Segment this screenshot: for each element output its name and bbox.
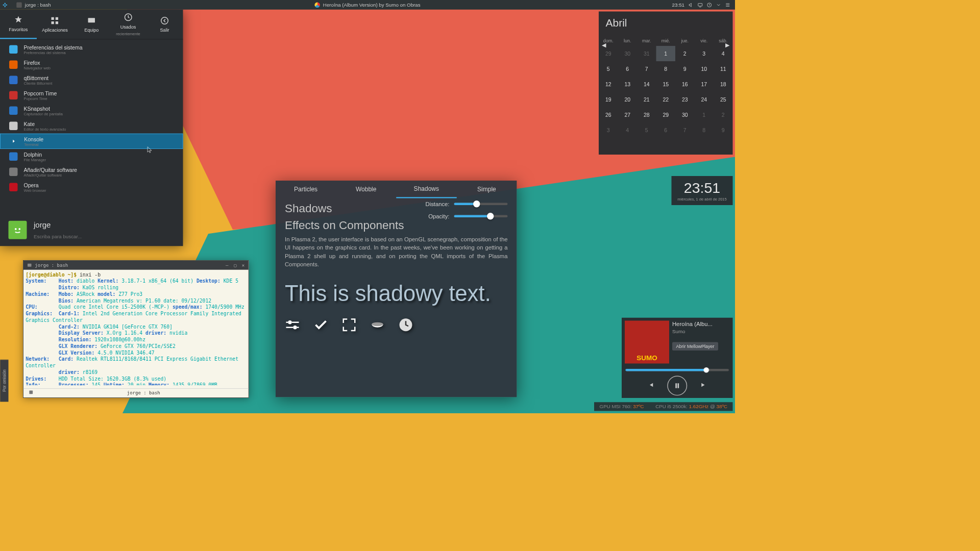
calendar-day[interactable]: 16 — [675, 77, 695, 92]
calendar-day[interactable]: 26 — [599, 107, 618, 122]
volume-icon[interactable] — [689, 2, 694, 8]
top-panel: jorge : bash Heroína (Album Version) by … — [0, 0, 735, 10]
kde-menu-icon[interactable] — [0, 0, 10, 10]
calendar-day[interactable]: 13 — [618, 77, 638, 92]
svg-rect-0 — [698, 3, 702, 6]
opacity-label: Opacity: — [428, 213, 449, 219]
widget-tab-wobble[interactable]: Wobble — [336, 181, 396, 198]
calendar-day[interactable]: 27 — [618, 107, 638, 122]
start-tab-equipo[interactable]: Equipo — [73, 10, 110, 39]
start-item-opera[interactable]: Opera Web browser — [0, 180, 183, 195]
calendar-day[interactable]: 21 — [637, 92, 656, 107]
start-item-qbittorrent[interactable]: qBittorrent Cliente Bittorrent — [0, 72, 183, 88]
start-item-preferencias-del-sistema[interactable]: Preferencias del sistema Preferencias de… — [0, 42, 183, 57]
calendar-day[interactable]: 29 — [656, 107, 676, 122]
calendar-day[interactable]: 15 — [656, 77, 676, 92]
calendar-day[interactable]: 25 — [714, 92, 733, 107]
calendar-day[interactable]: 1 — [656, 46, 676, 61]
track-artist: Sumo — [672, 329, 730, 334]
app-icon — [9, 60, 19, 70]
start-item-a-adir-quitar-software[interactable]: Añadir/Quitar software Añadir/Quitar sof… — [0, 164, 183, 180]
chevron-down-icon[interactable] — [716, 2, 722, 8]
updates-icon[interactable] — [707, 2, 713, 8]
clock-widget[interactable]: 23:51 miércoles, 1 de abril de 2015 — [672, 176, 733, 205]
calendar-day[interactable]: 9 — [675, 61, 695, 77]
calendar-day[interactable]: 5 — [637, 122, 656, 138]
side-drawer-handle[interactable]: Por omisión — [0, 360, 9, 402]
start-tab-favoritos[interactable]: Favoritos — [0, 10, 37, 39]
widget-tab-simple[interactable]: Simple — [456, 181, 517, 198]
start-item-firefox[interactable]: Firefox Navegador web — [0, 57, 183, 72]
calendar-day[interactable]: 6 — [618, 61, 638, 77]
user-avatar[interactable] — [9, 221, 27, 239]
maximize-button[interactable]: ▢ — [234, 262, 236, 268]
calendar-day[interactable]: 7 — [637, 61, 656, 77]
taskbar-entry-terminal[interactable]: jorge : bash — [16, 2, 51, 8]
calendar-day[interactable]: 11 — [714, 61, 733, 77]
calendar-day[interactable]: 10 — [695, 61, 714, 77]
calendar-prev-icon[interactable]: ◀ — [602, 42, 606, 48]
svg-point-15 — [372, 322, 383, 327]
start-tab-aplicaciones[interactable]: Aplicaciones — [37, 10, 74, 39]
opacity-slider[interactable] — [454, 215, 508, 217]
calendar-day[interactable]: 22 — [656, 92, 676, 107]
next-track-button[interactable] — [700, 381, 708, 390]
calendar-day[interactable]: 18 — [714, 77, 733, 92]
calendar-day[interactable]: 6 — [656, 122, 676, 138]
calendar-day[interactable]: 5 — [599, 61, 618, 77]
calendar-day[interactable]: 2 — [714, 107, 733, 122]
calendar-day[interactable]: 4 — [618, 122, 638, 138]
start-item-dolphin[interactable]: Dolphin File Manager — [0, 149, 183, 164]
calendar-day[interactable]: 12 — [599, 77, 618, 92]
calendar-day[interactable]: 7 — [675, 122, 695, 138]
terminal-titlebar[interactable]: jorge : bash — ▢ ✕ — [23, 261, 249, 270]
app-icon — [9, 121, 19, 131]
start-item-kate[interactable]: Kate Editor de texto avanzado — [0, 118, 183, 134]
distance-slider[interactable] — [454, 203, 508, 205]
new-tab-icon[interactable] — [29, 390, 33, 394]
start-item-popcorn-time[interactable]: Popcorn Time Popcorn Time — [0, 88, 183, 103]
calendar-day[interactable]: 2 — [675, 46, 695, 61]
terminal-output[interactable]: [jorge@diablo ~]$ inxi -b System: Host: … — [23, 270, 249, 386]
open-player-button[interactable]: Abrir MellowPlayer — [672, 342, 718, 351]
calendar-grid[interactable]: dom.lun.mar.mié.jue.vie.sáb.293031123456… — [599, 36, 733, 138]
calendar-day[interactable]: 19 — [599, 92, 618, 107]
calendar-day[interactable]: 28 — [637, 107, 656, 122]
calendar-day[interactable]: 20 — [618, 92, 638, 107]
calendar-day[interactable]: 24 — [695, 92, 714, 107]
hamburger-icon[interactable] — [725, 2, 731, 8]
start-item-ksnapshot[interactable]: KSnapshot Capturador de pantalla — [0, 103, 183, 118]
calendar-day[interactable]: 30 — [675, 107, 695, 122]
calendar-next-icon[interactable]: ▶ — [725, 42, 729, 48]
widget-tab-particles[interactable]: Particles — [276, 181, 336, 198]
progress-slider[interactable] — [626, 369, 729, 371]
minimize-button[interactable]: — — [226, 262, 228, 268]
calendar-day[interactable]: 1 — [695, 107, 714, 122]
calendar-day[interactable]: 9 — [714, 122, 733, 138]
start-item-konsole[interactable]: Konsole Terminal — [0, 134, 183, 149]
display-icon[interactable] — [698, 2, 703, 8]
calendar-day[interactable]: 3 — [695, 46, 714, 61]
taskbar-entry-media[interactable]: Heroína (Album Version) by Sumo on Obras — [314, 2, 420, 8]
calendar-day[interactable]: 29 — [599, 46, 618, 61]
calendar-day[interactable]: 30 — [618, 46, 638, 61]
calendar-day[interactable]: 8 — [656, 61, 676, 77]
widget-tab-shadows[interactable]: Shadows — [396, 181, 456, 198]
calendar-day[interactable]: 31 — [637, 46, 656, 61]
panel-clock[interactable]: 23:51 — [672, 2, 684, 8]
calendar-day[interactable]: 14 — [637, 77, 656, 92]
app-icon — [9, 90, 19, 101]
shadow-sample-text: This is shadowy text. — [285, 280, 508, 306]
search-input[interactable] — [34, 234, 175, 239]
close-button[interactable]: ✕ — [242, 262, 244, 268]
calendar-day[interactable]: 23 — [675, 92, 695, 107]
start-tab-salir[interactable]: Salir — [146, 10, 183, 39]
terminal-task-icon — [16, 2, 22, 8]
calendar-day[interactable]: 3 — [599, 122, 618, 138]
calendar-day[interactable]: 4 — [714, 46, 733, 61]
start-tab-usados[interactable]: Usadosrecientemente — [110, 10, 146, 39]
prev-track-button[interactable] — [647, 381, 654, 390]
play-pause-button[interactable] — [667, 376, 687, 396]
calendar-day[interactable]: 17 — [695, 77, 714, 92]
calendar-day[interactable]: 8 — [695, 122, 714, 138]
